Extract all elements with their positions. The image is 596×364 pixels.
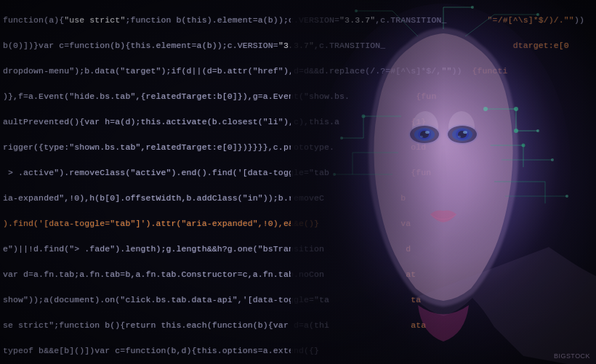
ai-face-overlay [291,0,596,364]
svg-rect-54 [291,0,596,364]
watermark: BIGSTOCK [554,352,590,360]
face-svg [291,0,596,364]
